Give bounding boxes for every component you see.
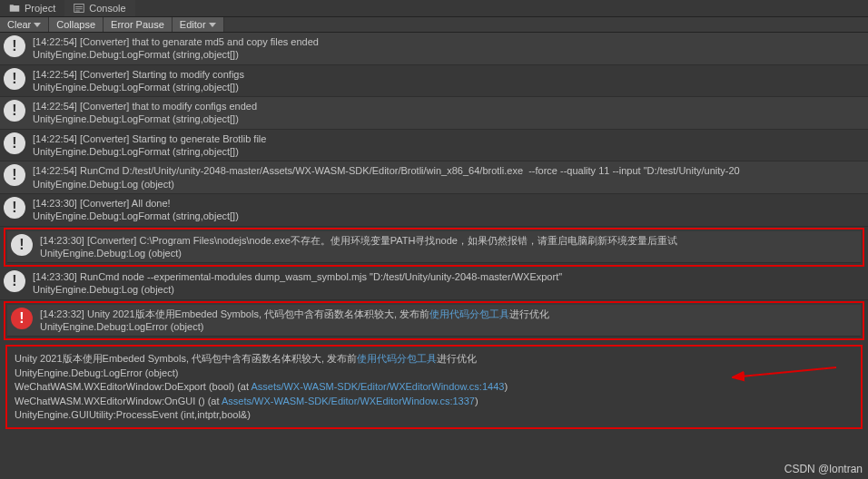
tab-console-label: Console — [89, 3, 125, 14]
error-icon: ! — [11, 308, 33, 329]
log-row[interactable]: ![14:23:30] RunCmd node --experimental-m… — [0, 268, 868, 300]
toolbar: Clear Collapse Error Pause Editor — [0, 17, 868, 33]
log-row[interactable]: ![14:23:30] [Converter] All done! UnityE… — [0, 194, 868, 227]
chevron-down-icon — [34, 23, 41, 27]
folder-icon — [9, 3, 20, 14]
console-icon — [74, 3, 84, 14]
watermark: CSDN @lontran — [784, 463, 863, 475]
editor-button[interactable]: Editor — [173, 17, 224, 32]
log-row[interactable]: ![14:23:32] Unity 2021版本使用Embeded Symbol… — [7, 305, 861, 337]
log-message: [14:22:54] [Converter] Starting to gener… — [33, 132, 864, 159]
info-icon: ! — [4, 35, 25, 57]
info-icon: ! — [4, 100, 25, 122]
log-message: [14:22:54] [Converter] Starting to modif… — [33, 68, 864, 94]
log-message: [14:22:54] RunCmd D:/test/Unity/unity-20… — [33, 164, 864, 191]
link[interactable]: Assets/WX-WASM-SDK/Editor/WXEditorWindow… — [222, 396, 475, 406]
log-message: [14:23:30] [Converter] All done! UnityEn… — [33, 197, 864, 223]
log-row[interactable]: ![14:22:54] [Converter] Starting to gene… — [0, 130, 868, 162]
info-icon: ! — [4, 197, 25, 219]
chevron-down-icon — [209, 23, 216, 27]
log-row[interactable]: ![14:22:54] [Converter] that to modify c… — [0, 97, 868, 130]
info-icon: ! — [4, 68, 25, 90]
tab-project-label: Project — [25, 3, 55, 14]
detail-line: UnityEngine.GUIUtility:ProcessEvent (int… — [15, 408, 853, 422]
log-row[interactable]: ![14:22:54] [Converter] Starting to modi… — [0, 65, 868, 98]
info-icon: ! — [4, 132, 25, 154]
log-message: [14:22:54] [Converter] that to genarate … — [33, 35, 864, 62]
detail-line: WeChatWASM.WXEditorWindow:DoExport (bool… — [15, 380, 853, 394]
detail-line: WeChatWASM.WXEditorWindow:OnGUI () (at A… — [15, 395, 853, 408]
tab-bar: Project Console — [0, 0, 868, 17]
clear-button[interactable]: Clear — [0, 17, 49, 32]
link[interactable]: 使用代码分包工具 — [429, 308, 509, 319]
tab-console[interactable]: Console — [64, 0, 134, 16]
log-row[interactable]: ![14:22:54] RunCmd D:/test/Unity/unity-2… — [0, 161, 868, 194]
log-list: ![14:22:54] [Converter] that to genarate… — [0, 33, 868, 341]
link[interactable]: Assets/WX-WASM-SDK/Editor/WXEditorWindow… — [251, 381, 504, 392]
info-icon: ! — [11, 234, 33, 256]
detail-panel: Unity 2021版本使用Embeded Symbols, 代码包中含有函数名… — [5, 345, 863, 429]
highlight-box: ![14:23:32] Unity 2021版本使用Embeded Symbol… — [4, 301, 864, 341]
detail-line: Unity 2021版本使用Embeded Symbols, 代码包中含有函数名… — [15, 352, 853, 366]
detail-line: UnityEngine.Debug:LogError (object) — [15, 367, 853, 380]
info-icon: ! — [4, 270, 25, 292]
tab-project[interactable]: Project — [0, 0, 64, 16]
log-row[interactable]: ![14:23:30] [Converter] C:\Program Files… — [7, 231, 861, 264]
info-icon: ! — [4, 164, 25, 186]
log-message: [14:22:54] [Converter] that to modify co… — [33, 100, 864, 126]
log-message: [14:23:30] RunCmd node --experimental-mo… — [33, 270, 864, 297]
collapse-button[interactable]: Collapse — [49, 17, 104, 32]
log-message: [14:23:30] [Converter] C:\Program Files\… — [40, 234, 857, 260]
link[interactable]: 使用代码分包工具 — [357, 353, 437, 364]
log-message: [14:23:32] Unity 2021版本使用Embeded Symbols… — [40, 308, 857, 334]
highlight-box: ![14:23:30] [Converter] C:\Program Files… — [4, 228, 864, 268]
log-row[interactable]: ![14:22:54] [Converter] that to genarate… — [0, 33, 868, 65]
error-pause-button[interactable]: Error Pause — [104, 17, 173, 32]
